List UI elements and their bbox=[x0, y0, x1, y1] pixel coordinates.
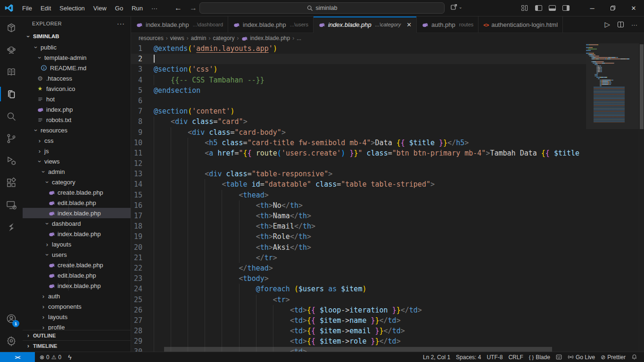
breadcrumb-item-views[interactable]: views bbox=[170, 35, 184, 41]
restore-icon[interactable] bbox=[603, 0, 623, 16]
extensions-icon[interactable] bbox=[0, 172, 23, 194]
code-line-5[interactable]: 5@endsection bbox=[131, 85, 586, 96]
status-go-live[interactable]: Go Live bbox=[565, 354, 598, 361]
tree-file-hot[interactable]: hot bbox=[23, 94, 131, 104]
accounts-icon[interactable]: 1 bbox=[0, 307, 23, 329]
monkey-icon[interactable] bbox=[0, 39, 23, 61]
timeline-section-header[interactable]: › TIMELINE bbox=[23, 340, 131, 351]
tree-file-edit.blade.php[interactable]: edit.blade.php bbox=[23, 197, 131, 208]
toggle-panel-icon[interactable] bbox=[549, 5, 556, 11]
breadcrumb-item-...[interactable]: ... bbox=[297, 35, 301, 41]
tree-folder-layouts[interactable]: ›layouts bbox=[23, 239, 131, 249]
status-feedback[interactable] bbox=[553, 354, 565, 360]
tab-index.blade.php[interactable]: index.blade.php...\category✕ bbox=[314, 16, 417, 33]
explorer-icon[interactable] bbox=[0, 83, 23, 105]
editor-more-actions-icon[interactable]: ··· bbox=[631, 21, 637, 28]
tab-authentication-login.html[interactable]: <>authentication-login.html bbox=[479, 16, 563, 33]
tree-file-index.php[interactable]: index.php bbox=[23, 104, 131, 115]
code-line-17[interactable]: 17<th>Nama</th> bbox=[131, 211, 586, 221]
split-editor-icon[interactable] bbox=[618, 22, 624, 27]
status-spaces--4[interactable]: Spaces: 4 bbox=[453, 354, 484, 361]
breadcrumb-item-admin[interactable]: admin bbox=[191, 35, 206, 41]
code-line-9[interactable]: 9<div class="card-body"> bbox=[131, 127, 586, 138]
code-line-22[interactable]: 22</thead> bbox=[131, 263, 586, 273]
menu-item-file[interactable]: File bbox=[18, 3, 36, 13]
code-line-1[interactable]: 1@extends('admin.layouts.app') bbox=[131, 43, 586, 54]
tree-folder-resources[interactable]: ›resources bbox=[23, 125, 131, 135]
menu-item-view[interactable]: View bbox=[90, 3, 110, 13]
problems-indicator[interactable]: ⊗ 0 ⚠ 0 bbox=[37, 354, 64, 361]
book-icon[interactable] bbox=[0, 61, 23, 83]
breadcrumb-item-category[interactable]: category bbox=[213, 35, 234, 41]
horizontal-scrollbar[interactable] bbox=[164, 347, 586, 352]
code-line-14[interactable]: 14<table id="datatable" class="table tab… bbox=[131, 179, 586, 189]
status-utf-8[interactable]: UTF-8 bbox=[484, 354, 505, 361]
forward-arrow-icon[interactable]: → bbox=[190, 4, 197, 12]
s-extension-icon[interactable] bbox=[0, 216, 23, 238]
tree-file-README.md[interactable]: README.md bbox=[23, 63, 131, 73]
thunder-client-icon[interactable]: ϟ bbox=[65, 354, 74, 361]
tree-file-edit.blade.php[interactable]: edit.blade.php bbox=[23, 270, 131, 280]
status-crlf[interactable]: CRLF bbox=[505, 354, 526, 361]
menu-item-go[interactable]: Go bbox=[111, 3, 127, 13]
code-line-4[interactable]: 4{{-- CSS Tambahan --}} bbox=[131, 75, 586, 85]
code-line-26[interactable]: 26<td>{{ $loop->iteration }}</td> bbox=[131, 305, 586, 315]
project-section-header[interactable]: › SIMINLAB bbox=[23, 31, 131, 42]
tree-folder-css[interactable]: ›css bbox=[23, 135, 131, 146]
tree-folder-category[interactable]: ›category bbox=[23, 177, 131, 187]
code-line-25[interactable]: 25<tr> bbox=[131, 295, 586, 305]
tree-file-.htaccess[interactable]: ⚙.htaccess bbox=[23, 73, 131, 83]
remote-explorer-icon[interactable] bbox=[0, 194, 23, 216]
code-line-7[interactable]: 7@section('content') bbox=[131, 106, 586, 116]
tree-file-create.blade.php[interactable]: create.blade.php bbox=[23, 187, 131, 197]
tree-file-index.blade.php[interactable]: index.blade.php bbox=[23, 280, 131, 291]
close-tab-icon[interactable]: ✕ bbox=[406, 21, 412, 28]
code-line-19[interactable]: 19<th>Role</th> bbox=[131, 231, 586, 242]
package-icon[interactable] bbox=[0, 16, 23, 39]
tab-index.blade.php[interactable]: index.blade.php...\users bbox=[228, 16, 314, 33]
settings-gear-icon[interactable] bbox=[0, 329, 23, 352]
back-arrow-icon[interactable]: ← bbox=[174, 4, 182, 12]
tree-folder-admin[interactable]: ›admin bbox=[23, 166, 131, 177]
code-line-6[interactable]: 6 bbox=[131, 96, 586, 106]
debug-icon[interactable] bbox=[0, 149, 23, 172]
source-control-icon[interactable] bbox=[0, 127, 23, 149]
code-line-13[interactable]: 13<div class="table-responsive"> bbox=[131, 169, 586, 179]
code-editor[interactable]: 1@extends('admin.layouts.app')23@section… bbox=[131, 43, 586, 352]
code-line-21[interactable]: 21</tr> bbox=[131, 253, 586, 263]
tree-folder-public[interactable]: ›public bbox=[23, 42, 131, 52]
code-line-18[interactable]: 18<th>Email</th> bbox=[131, 221, 586, 231]
explorer-more-actions-icon[interactable]: ··· bbox=[117, 20, 125, 27]
tree-folder-auth[interactable]: ›auth bbox=[23, 291, 131, 301]
tab-index.blade.php[interactable]: index.blade.php...\dashboard bbox=[131, 16, 228, 33]
code-line-16[interactable]: 16<th>No</th> bbox=[131, 200, 586, 211]
code-line-11[interactable]: 11<a href="{{ route('users.create') }}" … bbox=[131, 148, 586, 158]
vertical-scrollbar[interactable] bbox=[639, 43, 644, 352]
code-line-3[interactable]: 3@section('css') bbox=[131, 64, 586, 74]
breadcrumb-item-index.blade.php[interactable]: index.blade.php bbox=[241, 35, 290, 42]
code-line-28[interactable]: 28<td>{{ $item->email }}</td> bbox=[131, 326, 586, 336]
code-line-2[interactable]: 2 bbox=[131, 54, 586, 64]
tree-folder-template-admin[interactable]: ›template-admin bbox=[23, 52, 131, 63]
code-line-15[interactable]: 15<thead> bbox=[131, 190, 586, 200]
tree-folder-js[interactable]: ›js bbox=[23, 146, 131, 156]
menu-item-edit[interactable]: Edit bbox=[37, 3, 55, 13]
tab-auth.php[interactable]: auth.phproutes bbox=[417, 16, 479, 33]
toggle-sidebar-left-icon[interactable] bbox=[535, 5, 542, 11]
customize-layout-icon[interactable] bbox=[521, 5, 528, 11]
tree-file-favicon.ico[interactable]: ★favicon.ico bbox=[23, 83, 131, 94]
code-line-8[interactable]: 8<div class="card"> bbox=[131, 116, 586, 127]
code-line-23[interactable]: 23<tbody> bbox=[131, 273, 586, 284]
tree-folder-users[interactable]: ›users bbox=[23, 249, 131, 260]
status-blade[interactable]: { }Blade bbox=[526, 354, 553, 361]
outline-section-header[interactable]: › OUTLINE bbox=[23, 330, 131, 340]
search-icon[interactable] bbox=[0, 105, 23, 127]
tree-folder-dashboard[interactable]: ›dashboard bbox=[23, 218, 131, 229]
tree-file-index.blade.php[interactable]: index.blade.php bbox=[23, 208, 131, 218]
status-prettier[interactable]: ⊘Prettier bbox=[598, 354, 628, 361]
tree-file-robots.txt[interactable]: robots.txt bbox=[23, 115, 131, 125]
code-line-20[interactable]: 20<th>Aksi</th> bbox=[131, 242, 586, 253]
menu-item-selection[interactable]: Selection bbox=[56, 3, 88, 13]
open-remote-repository-icon[interactable]: ⌄ bbox=[450, 3, 462, 11]
minimap[interactable] bbox=[586, 43, 639, 352]
